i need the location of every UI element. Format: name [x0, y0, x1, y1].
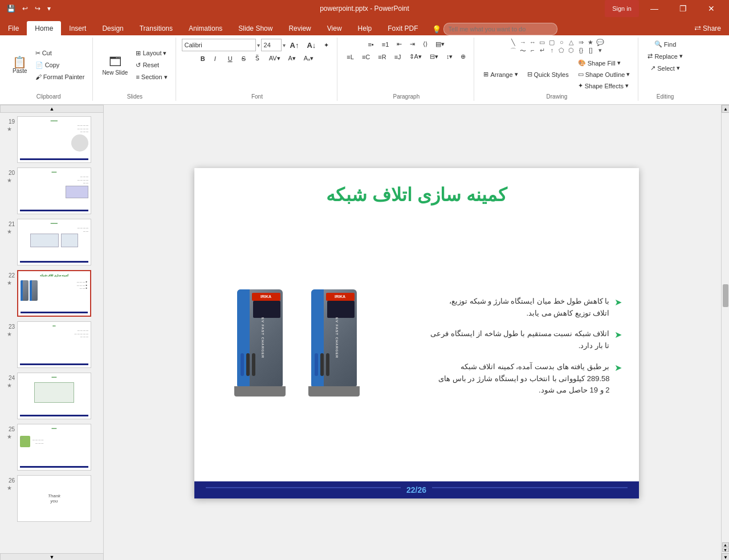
tab-insert[interactable]: Insert — [61, 21, 94, 35]
smartart-button[interactable]: ⟨⟩ — [420, 39, 431, 50]
line-shape[interactable]: ╲ — [508, 39, 518, 46]
text-direction-button[interactable]: ⇕A▾ — [406, 51, 425, 62]
bend-arrow-shape[interactable]: ↵ — [537, 47, 547, 55]
section-down-button[interactable]: ▼ — [722, 547, 729, 552]
search-input[interactable] — [443, 23, 557, 35]
more-shapes[interactable]: ▾ — [596, 47, 605, 55]
align-left-button[interactable]: ≡L — [343, 52, 357, 62]
shape-outline-button[interactable]: ▭ Shape Outline ▾ — [575, 69, 634, 80]
italic-button[interactable]: I — [211, 54, 223, 64]
slide-thumbnail-22[interactable]: 22 ★ کمینه سازی اتلاف شبکه ► — — —► — — … — [2, 269, 101, 318]
connector-shape[interactable]: ⌐ — [528, 47, 537, 55]
decrease-font-button[interactable]: A↓ — [303, 39, 319, 51]
quick-styles-button[interactable]: ⊟ Quick Styles — [524, 69, 572, 80]
slide-thumbnail-24[interactable]: 24 ★ ••••• — [2, 371, 101, 420]
rect-shape[interactable]: ▭ — [537, 39, 547, 46]
section-button[interactable]: ≡ Section ▾ — [132, 72, 170, 83]
align-right-button[interactable]: ≡R — [374, 52, 389, 62]
cut-button[interactable]: ✂ Cut — [32, 48, 88, 59]
undo-button[interactable]: ↩ — [20, 3, 30, 14]
reset-button[interactable]: ↺ Reset — [132, 60, 170, 71]
customize-qa-button[interactable]: ▾ — [45, 3, 53, 14]
clear-format-button[interactable]: ✦ — [320, 40, 332, 51]
thumb-img-21[interactable]: ••••••• — — — —— — — [17, 219, 91, 265]
layout-button[interactable]: ⊞ Layout ▾ — [132, 48, 170, 59]
slide-thumbnail-19[interactable]: 19 ★ ••••••• — — — —— — — —— — — — [2, 115, 101, 164]
tab-slideshow[interactable]: Slide Show — [230, 21, 280, 35]
close-button[interactable]: ✕ — [698, 0, 724, 17]
slide-scroll-up[interactable]: ▲ — [0, 105, 104, 113]
justify-button[interactable]: ≡J — [391, 52, 405, 62]
arrange-button[interactable]: ⊞ Arrange ▾ — [480, 69, 521, 80]
font-family-input[interactable] — [182, 39, 256, 51]
thumb-img-23[interactable]: ••• — — — —— — — — —— — — — [17, 321, 91, 368]
minimize-button[interactable]: — — [641, 0, 667, 17]
paste-button[interactable]: 📋 Paste — [9, 54, 31, 76]
strikethrough-button[interactable]: S — [238, 54, 251, 64]
slide-thumbnail-23[interactable]: 23 ★ ••• — — — —— — — — —— — — — [2, 320, 101, 369]
curve-shape[interactable]: ⌒ — [508, 47, 518, 55]
thumb-img-25[interactable]: ••••• ✓ — — — —— — — — [17, 424, 91, 471]
scroll-up-button[interactable]: ▲ — [722, 105, 729, 113]
thumb-img-19[interactable]: ••••••• — — — —— — — —— — — — [17, 116, 91, 163]
font-size-input[interactable] — [261, 39, 282, 51]
slide-scroll-down[interactable]: ▼ — [0, 553, 104, 560]
find-button[interactable]: 🔍 Find — [651, 39, 679, 50]
scroll-thumb[interactable] — [723, 284, 728, 307]
uarrow-shape[interactable]: ↑ — [547, 47, 556, 55]
shape-effects-button[interactable]: ✦ Shape Effects ▾ — [575, 80, 634, 91]
decrease-indent-button[interactable]: ⇤ — [393, 39, 405, 50]
tab-help[interactable]: Help — [350, 21, 380, 35]
restore-button[interactable]: ❐ — [670, 0, 696, 17]
tab-design[interactable]: Design — [94, 21, 131, 35]
freeform-shape[interactable]: 〜 — [518, 47, 527, 55]
callout-shape[interactable]: 💬 — [596, 39, 605, 46]
slide-thumbnail-26[interactable]: 26 ★ Thankyou — [2, 474, 101, 523]
brace-shape[interactable]: {} — [576, 47, 585, 55]
triangle-shape[interactable]: △ — [567, 39, 576, 46]
thumb-img-22[interactable]: کمینه سازی اتلاف شبکه ► — — —► — — —► — … — [17, 270, 91, 317]
increase-font-button[interactable]: A↑ — [287, 39, 303, 51]
bullets-button[interactable]: ≡• — [364, 39, 377, 50]
smartart2-button[interactable]: ⊕ — [457, 51, 469, 62]
align-center-button[interactable]: ≡C — [359, 52, 373, 62]
shape-fill-button[interactable]: 🎨 Shape Fill ▾ — [575, 58, 634, 68]
section-up-button[interactable]: ▲ — [722, 542, 729, 547]
star-shape[interactable]: ★ — [586, 39, 595, 46]
dbl-arrow-shape[interactable]: ↔ — [528, 39, 537, 46]
rounded-rect-shape[interactable]: ▢ — [547, 39, 556, 46]
bold-button[interactable]: B — [197, 54, 210, 64]
char-spacing-button[interactable]: AV▾ — [266, 53, 284, 64]
tab-transitions[interactable]: Transitions — [132, 21, 181, 35]
scroll-down-button[interactable]: ▼ — [722, 553, 729, 560]
slide-thumbnail-21[interactable]: 21 ★ ••••••• — — — —— — — [2, 218, 101, 267]
select-button[interactable]: ↗ Select ▾ — [647, 63, 683, 73]
oval-shape[interactable]: ○ — [557, 39, 566, 46]
line-spacing-button[interactable]: ↕▾ — [443, 51, 457, 62]
pentagon-shape[interactable]: ⬠ — [557, 47, 566, 55]
format-painter-button[interactable]: 🖌 Format Painter — [32, 72, 88, 82]
rtarrow-shape[interactable]: ⇒ — [576, 39, 585, 46]
bracket-shape[interactable]: [] — [586, 47, 595, 55]
copy-button[interactable]: 📄 Copy — [32, 60, 88, 71]
change-case-button[interactable]: Aₐ▾ — [300, 53, 317, 64]
tab-animations[interactable]: Animations — [181, 21, 230, 35]
shadow-button[interactable]: S̈ — [252, 53, 264, 64]
underline-button[interactable]: U — [225, 54, 237, 64]
share-button[interactable]: ⮂ Share — [686, 21, 729, 35]
numbering-button[interactable]: ≡1 — [378, 39, 393, 50]
columns-button[interactable]: ▤▾ — [432, 39, 448, 50]
thumb-img-24[interactable]: ••••• — [17, 373, 91, 419]
tab-home[interactable]: Home — [27, 21, 61, 35]
tab-file[interactable]: File — [0, 21, 27, 35]
replace-button[interactable]: ⇄ Replace ▾ — [644, 51, 686, 62]
save-button[interactable]: 💾 — [5, 3, 18, 14]
increase-indent-button[interactable]: ⇥ — [406, 39, 418, 50]
slide-thumbnail-20[interactable]: 20 ★ ••••• — — —— — — —— — — [2, 166, 101, 215]
tab-view[interactable]: View — [319, 21, 350, 35]
slide-thumbnail-25[interactable]: 25 ★ ••••• ✓ — — — —— — — — [2, 423, 101, 472]
redo-button[interactable]: ↪ — [32, 3, 43, 14]
signin-button[interactable]: Sign in — [605, 0, 639, 17]
new-slide-button[interactable]: 🗔 New Slide — [99, 52, 131, 78]
thumb-img-20[interactable]: ••••• — — —— — — —— — — [17, 167, 91, 214]
